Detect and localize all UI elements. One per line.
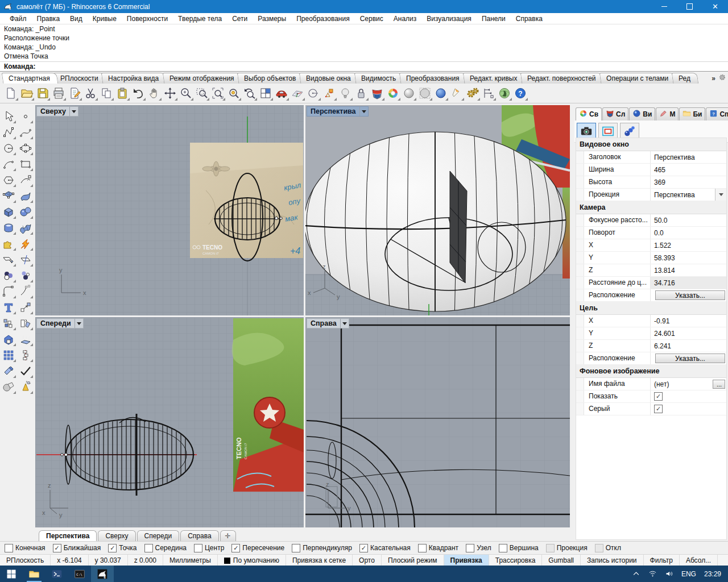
osnap-item-Конечная[interactable]: Конечная [5, 544, 46, 552]
taskbar-cmd[interactable]: C:\ [68, 566, 91, 582]
property-value[interactable]: 13.814 [654, 267, 675, 275]
paint-tool-button[interactable] [1, 364, 16, 379]
named-view-button[interactable] [274, 86, 289, 101]
open-file-button[interactable] [19, 86, 34, 101]
render-globe-button[interactable] [497, 86, 512, 101]
zoom-extents-button[interactable] [210, 86, 225, 101]
volume-icon[interactable] [665, 569, 673, 578]
panel-tab-Сп[interactable]: ?Сп [706, 107, 728, 120]
menu-Панели[interactable]: Панели [477, 13, 511, 24]
osnap-checkbox-Центр[interactable] [194, 544, 202, 552]
osnap-checkbox-Ближайшая[interactable]: ✓ [53, 544, 61, 552]
osnap-item-Вершина[interactable]: Вершина [499, 544, 539, 552]
toolbar-tab-Выбор объектов[interactable]: Выбор объектов [237, 73, 304, 84]
osnap-checkbox-Конечная[interactable] [5, 544, 13, 552]
panel-tab-Св[interactable]: Св [576, 107, 602, 120]
spheres-tool-button[interactable] [18, 205, 34, 219]
viewport-tab-Справа[interactable]: Справа [180, 530, 218, 541]
dimension-button[interactable] [481, 86, 496, 101]
status-item-Привязка к сетке[interactable]: Привязка к сетке [286, 555, 353, 566]
arc-tool-button[interactable] [1, 157, 16, 172]
polygon-tool-button[interactable] [1, 173, 16, 188]
taskbar-powershell[interactable] [46, 566, 68, 582]
cone-light-tool-button[interactable] [18, 380, 34, 394]
start-button[interactable] [0, 566, 23, 582]
viewport-title-label[interactable]: Спереди [37, 319, 75, 328]
explode-tool-button[interactable] [18, 236, 34, 251]
property-value[interactable]: 58.393 [654, 254, 675, 262]
new-viewport-tab[interactable]: ✛ [220, 530, 236, 541]
viewport-layout-button[interactable] [258, 86, 273, 101]
viewport-title-right[interactable]: Справа [307, 318, 349, 329]
new-file-button[interactable] [3, 86, 18, 101]
box-tool-button[interactable] [1, 205, 16, 219]
text-tool-button[interactable] [1, 300, 16, 315]
group-tool-button[interactable] [1, 316, 16, 331]
browse-file-button[interactable]: ... [713, 380, 725, 389]
viewport-perspective[interactable]: z x y Перспектива [305, 105, 570, 315]
lock-button[interactable] [354, 86, 369, 101]
osnap-item-Ближайшая[interactable]: ✓Ближайшая [53, 544, 101, 552]
property-value[interactable]: 465 [654, 166, 665, 174]
move-tool-button[interactable] [18, 300, 34, 315]
osnap-checkbox-Середина[interactable] [144, 544, 153, 552]
boolean-diff-tool-button[interactable] [1, 380, 16, 394]
viewport-title-label[interactable]: Сверху [37, 107, 69, 116]
menu-Сети[interactable]: Сети [227, 13, 253, 24]
viewport-title-front[interactable]: Спереди [36, 318, 84, 329]
fillet-tool-button[interactable] [1, 284, 16, 299]
viewport-title-perspective[interactable]: Перспектива [307, 106, 369, 117]
osnap-checkbox-Вершина[interactable] [499, 544, 507, 552]
toolbar-tab-Ред[interactable]: Ред [671, 73, 698, 84]
menu-Файл[interactable]: Файл [5, 13, 32, 24]
language-indicator[interactable]: ENG [681, 570, 696, 578]
pick-location-button[interactable]: Указать... [655, 354, 725, 363]
array-linear-tool-button[interactable] [18, 348, 34, 363]
menu-Сервис[interactable]: Сервис [355, 13, 388, 24]
rendered-view-button[interactable] [433, 86, 448, 101]
property-value[interactable]: -0.91 [654, 317, 669, 325]
curve-handle-tool-button[interactable] [18, 173, 34, 188]
viewport-tab-Спереди[interactable]: Спереди [137, 530, 180, 541]
osnap-checkbox-Пересечение[interactable]: ✓ [231, 544, 240, 552]
toolbar-tab-Видимость[interactable]: Видимость [354, 73, 404, 84]
zoom-dynamic-button[interactable] [179, 86, 193, 101]
polyline-tool-button[interactable] [1, 125, 16, 140]
status-item-Миллиметры[interactable]: Миллиметры [163, 555, 218, 566]
tab-overflow-chevron[interactable]: » [712, 74, 715, 82]
viewport-tab-Сверху[interactable]: Сверху [98, 530, 135, 541]
osnap-item-Середина[interactable]: Середина [144, 544, 187, 552]
circle-tool-button[interactable] [1, 141, 16, 156]
set-view-button[interactable] [306, 86, 321, 101]
viewport-menu-arrow-icon[interactable] [340, 319, 349, 328]
property-value[interactable]: Перспектива [654, 191, 695, 199]
toolbar-tab-Редакт. кривых[interactable]: Редакт. кривых [462, 73, 525, 84]
boolean-union-tool-button[interactable] [1, 236, 16, 251]
osnap-item-Узел[interactable]: Узел [466, 544, 491, 552]
osnap-checkbox-Узел[interactable] [466, 544, 474, 552]
options-gears-button[interactable] [465, 86, 480, 101]
undo-button[interactable] [131, 86, 146, 101]
file-name-value[interactable]: (нет) [654, 380, 713, 388]
dot-group-tool-button[interactable] [18, 268, 34, 283]
osnap-item-Точка[interactable]: ✓Точка [108, 544, 136, 552]
viewport-title-top[interactable]: Сверху [36, 106, 78, 117]
status-item-y 30.037[interactable]: y 30.037 [89, 555, 128, 566]
color-wheel-button[interactable] [386, 86, 400, 101]
minimize-button[interactable] [651, 0, 677, 13]
menu-Анализ[interactable]: Анализ [388, 13, 422, 24]
viewport-canvas-perspective[interactable]: z x y [305, 105, 570, 315]
toolbar-tab-Преобразования[interactable]: Преобразования [399, 73, 468, 84]
status-item-Трассировка[interactable]: Трассировка [489, 555, 543, 566]
osnap-toggle-button[interactable] [322, 86, 337, 101]
point-tool-button[interactable] [18, 109, 34, 124]
rotate-view-button[interactable] [163, 86, 177, 101]
panel-tab-Сл[interactable]: Сл [602, 107, 628, 120]
taskbar-explorer[interactable] [23, 566, 46, 582]
select-tool-button[interactable] [1, 109, 16, 124]
menu-Правка[interactable]: Правка [32, 13, 65, 24]
menu-Поверхности[interactable]: Поверхности [122, 13, 173, 24]
osnap-item-Откл[interactable]: Откл [595, 544, 621, 552]
split-tool-button[interactable] [18, 252, 34, 267]
menu-Справка[interactable]: Справка [511, 13, 548, 24]
